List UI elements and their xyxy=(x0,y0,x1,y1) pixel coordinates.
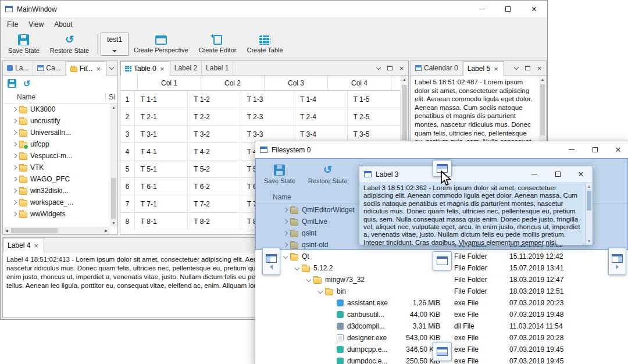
tree-item[interactable]: UniversalIn... xyxy=(3,127,110,138)
table-cell[interactable]: T 4-2 xyxy=(188,143,241,160)
maximize-button[interactable] xyxy=(583,141,606,158)
expand-chevron-icon[interactable] xyxy=(327,355,337,364)
expand-chevron-icon[interactable] xyxy=(327,344,337,355)
expand-chevron-icon[interactable] xyxy=(281,204,290,216)
table-cell[interactable]: T 2-5 xyxy=(348,108,401,126)
filesystem-titlebar[interactable]: Filesystem 0 xyxy=(255,141,628,159)
table-cell[interactable]: T 4-1 xyxy=(135,143,188,160)
menu-item[interactable]: View xyxy=(23,18,49,31)
save-state-button-small[interactable] xyxy=(5,77,18,90)
table-cell[interactable]: T 8-2 xyxy=(188,213,241,230)
size-column-header[interactable]: Si xyxy=(105,93,115,101)
filesystem-row[interactable]: bin File Folder 18.03.2019 12:51 xyxy=(255,286,628,297)
dock-tab[interactable]: Ca... xyxy=(33,61,65,75)
tabs-menu-button[interactable] xyxy=(511,63,521,73)
tree-item[interactable]: win32diski... xyxy=(3,185,110,197)
tabs-menu-button[interactable] xyxy=(373,63,383,73)
scrollbar-thumb[interactable] xyxy=(111,178,116,219)
scroll-left-icon[interactable]: ◀ xyxy=(3,227,10,234)
row-header[interactable]: 4 xyxy=(120,143,135,160)
expand-chevron-icon[interactable] xyxy=(281,216,290,227)
expand-chevron-icon[interactable] xyxy=(316,286,325,297)
dock-drop-indicator-center[interactable] xyxy=(433,251,452,270)
table-cell[interactable]: T 5-1 xyxy=(135,160,188,178)
table-cell[interactable]: T 6-2 xyxy=(188,178,241,195)
expand-chevron-icon[interactable] xyxy=(281,251,290,262)
menu-item[interactable]: File xyxy=(2,18,23,31)
tree-item[interactable]: UK3000 xyxy=(3,104,110,115)
table-cell[interactable]: T 1-5 xyxy=(348,91,401,108)
restore-state-button[interactable]: Restore State xyxy=(303,162,352,187)
row-header[interactable]: 7 xyxy=(120,195,135,213)
column-header[interactable]: Col 3 xyxy=(265,76,328,90)
maximize-button[interactable] xyxy=(546,166,569,182)
scroll-right-icon[interactable]: ▶ xyxy=(102,227,110,234)
dock-drop-indicator-right[interactable] xyxy=(608,248,626,275)
close-dock-button[interactable] xyxy=(534,63,544,73)
table-cell[interactable]: T 2-1 xyxy=(135,108,188,126)
expand-chevron-icon[interactable] xyxy=(10,173,19,185)
table-cell[interactable]: T 1-4 xyxy=(294,91,347,108)
row-header[interactable]: 2 xyxy=(120,108,135,126)
tree-item[interactable]: wwWidgets xyxy=(3,208,110,220)
scrollbar-thumb[interactable] xyxy=(540,84,545,135)
expand-chevron-icon[interactable] xyxy=(327,309,337,320)
close-button[interactable] xyxy=(569,166,593,182)
table-cell[interactable]: T 5-2 xyxy=(188,160,241,178)
tree-item[interactable]: WAGO_PFC xyxy=(3,173,110,185)
restore-state-button[interactable]: Restore State xyxy=(45,32,94,57)
perspective-combo[interactable]: test1 xyxy=(101,33,129,56)
row-header[interactable]: 6 xyxy=(120,178,135,195)
scroll-up-icon[interactable]: ▲ xyxy=(401,76,408,83)
table-cell[interactable]: T 6-1 xyxy=(135,178,188,195)
table-cell[interactable]: T 2-4 xyxy=(294,108,347,126)
tree-item[interactable]: utfcpp xyxy=(3,138,110,150)
tree-item[interactable]: uncrustify xyxy=(3,115,110,127)
tree-item[interactable]: workspace_... xyxy=(3,197,110,208)
expand-chevron-icon[interactable] xyxy=(10,162,19,173)
minimize-button[interactable] xyxy=(560,141,583,158)
tree-item[interactable]: Vespucci-m... xyxy=(3,150,110,162)
dock-tab[interactable]: Calendar 0 xyxy=(411,61,463,75)
close-dock-button[interactable] xyxy=(397,63,406,73)
scroll-up-icon[interactable]: ▲ xyxy=(539,76,546,83)
label3-titlebar[interactable]: Label 3 xyxy=(359,166,593,183)
dock-tab[interactable]: Label 1 xyxy=(202,61,233,75)
expand-chevron-icon[interactable] xyxy=(10,127,19,138)
dock-drop-indicator-bottom[interactable] xyxy=(433,342,452,361)
main-titlebar[interactable]: MainWindow xyxy=(1,1,547,18)
table-cell[interactable]: T 8-1 xyxy=(135,213,188,230)
menu-item[interactable]: About xyxy=(49,18,77,31)
save-state-button[interactable]: Save State xyxy=(259,162,301,187)
expand-chevron-icon[interactable] xyxy=(10,104,19,115)
tab-close-icon[interactable] xyxy=(95,65,102,73)
expand-chevron-icon[interactable] xyxy=(327,332,337,344)
save-state-button[interactable]: Save State xyxy=(3,32,45,57)
dock-tab[interactable]: Label 4 xyxy=(3,238,44,252)
table-cell[interactable]: T 1-3 xyxy=(241,91,294,108)
dock-tab[interactable]: La... xyxy=(3,61,33,75)
float-dock-button[interactable] xyxy=(523,63,533,73)
table-cell[interactable]: T 7-2 xyxy=(188,195,241,213)
create-editor-button[interactable]: Create Editor xyxy=(194,32,242,57)
scrollbar-thumb[interactable] xyxy=(402,85,407,140)
table-cell[interactable]: T 3-1 xyxy=(135,126,188,143)
horizontal-scrollbar[interactable]: ◀ ▶ xyxy=(3,227,110,234)
scrollbar-thumb[interactable] xyxy=(587,191,591,210)
tree-item[interactable]: VTK xyxy=(3,162,110,173)
filesystem-row[interactable]: mingw73_32 File Folder 18.03.2019 12:47 xyxy=(255,274,628,286)
row-header[interactable]: 5 xyxy=(120,160,135,178)
filesystem-row[interactable]: d3dcompil... 3,31 MiB dll File 11.03.201… xyxy=(255,320,628,332)
expand-chevron-icon[interactable] xyxy=(10,185,19,197)
scrollbar-thumb[interactable] xyxy=(11,228,58,233)
float-dock-button[interactable] xyxy=(385,63,395,73)
expand-chevron-icon[interactable] xyxy=(10,208,19,220)
tab-close-icon[interactable] xyxy=(159,65,166,73)
expand-chevron-icon[interactable] xyxy=(10,150,19,162)
scroll-up-icon[interactable]: ▲ xyxy=(586,183,593,190)
expand-chevron-icon[interactable] xyxy=(304,274,313,286)
expand-chevron-icon[interactable] xyxy=(10,197,19,208)
create-perspective-button[interactable]: Create Perspective xyxy=(129,32,194,57)
restore-state-button-small[interactable] xyxy=(20,77,33,90)
column-header[interactable]: Col 4 xyxy=(328,76,391,90)
